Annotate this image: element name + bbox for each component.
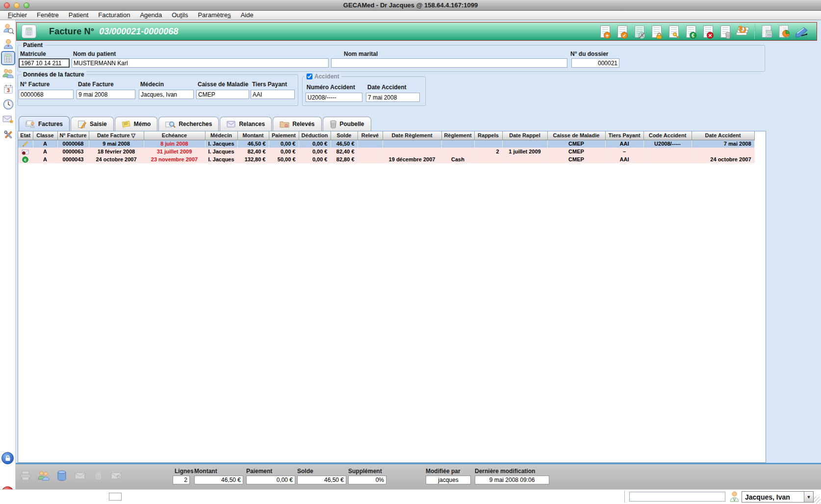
table-cell[interactable]: 19 décembre 2007 [383,155,441,163]
menu-facturation[interactable]: Facturation [93,11,135,20]
sidebar-tools-button[interactable] [2,128,14,141]
column-header[interactable]: N° Facture [57,131,89,140]
statistics-button[interactable] [777,24,792,39]
menu-agenda[interactable]: Agenda [135,11,167,20]
table-cell[interactable]: 8 juin 2008 [144,140,205,148]
calculator-tool-button[interactable] [91,468,105,483]
sidebar-patient-search-button[interactable] [2,23,14,35]
table-cell[interactable]: I. Jacques [205,140,237,148]
table-cell[interactable]: 82,40 € [237,148,269,155]
table-cell[interactable]: CMEP [547,148,605,155]
column-header[interactable]: Echéance [144,131,205,140]
table-row[interactable]: A000006318 février 200831 juillet 2009I.… [18,148,754,155]
column-header[interactable]: Déduction [299,131,331,140]
key-invoice-button[interactable] [667,24,681,39]
column-header[interactable]: Date Rappel [502,131,547,140]
validate-invoice-button[interactable]: ✓ [615,24,630,39]
journal-button[interactable] [760,24,774,39]
table-cell[interactable]: 82,40 € [331,148,358,155]
table-cell[interactable] [441,140,474,148]
tiers-payant-field[interactable] [251,90,295,99]
table-cell[interactable]: 50,00 € [269,155,299,163]
matricule-field[interactable] [19,58,70,68]
table-cell[interactable]: A [33,140,57,148]
table-cell[interactable]: 0,00 € [269,148,299,155]
table-cell[interactable] [474,155,502,163]
column-header[interactable]: Code Accident [643,131,692,140]
menu-fichier[interactable]: Fichier [3,11,32,20]
sidebar-billing-button[interactable] [1,51,15,65]
lock-invoice-button[interactable] [649,24,664,39]
new-invoice-button[interactable]: + [598,24,613,39]
chevron-down-icon[interactable]: ▼ [804,492,813,502]
stamp-button[interactable] [73,468,87,483]
table-cell[interactable] [441,148,474,155]
table-cell[interactable] [383,140,441,148]
sidebar-calendar-button[interactable]: 3 [2,83,14,95]
tab-memo[interactable]: Mémo [115,117,158,131]
table-cell[interactable]: A [33,155,57,163]
column-header[interactable]: Paiement [269,131,299,140]
table-cell[interactable]: 46,50 € [331,140,358,148]
column-header[interactable]: Rappels [474,131,502,140]
table-cell[interactable]: 0,00 € [299,140,331,148]
tab-recherches[interactable]: Recherches [158,117,219,131]
mail-button[interactable] [109,468,123,483]
table-cell[interactable] [358,140,383,148]
table-cell[interactable] [358,148,383,155]
table-cell[interactable]: AAI [605,155,643,163]
menu-patient[interactable]: Patient [64,11,93,20]
tab-saisie[interactable]: Saisie [71,117,114,131]
column-header[interactable]: Médecin [205,131,237,140]
tab-factures[interactable]: Factures [19,116,70,131]
window-titlebar[interactable]: GECAMed - Dr Jacques @ 158.64.4.167:1099 [0,0,821,11]
column-header[interactable]: Date Accident [692,131,754,140]
table-cell[interactable]: 24 octobre 2007 [89,155,144,163]
column-header[interactable]: Relevé [358,131,383,140]
table-cell[interactable]: 132,80 € [237,155,269,163]
table-cell[interactable]: 18 février 2008 [89,148,144,155]
nom-patient-field[interactable] [72,58,329,68]
etat-cell[interactable] [18,140,33,148]
table-cell[interactable]: 0,00 € [299,148,331,155]
menu-fenetre[interactable]: Fenêtre [32,11,64,20]
table-cell[interactable]: 0000068 [57,140,89,148]
table-cell[interactable] [502,155,547,163]
footer-message-field[interactable] [629,492,725,502]
table-cell[interactable] [502,140,547,148]
payments-refresh-button[interactable]: ↻ [735,24,750,39]
column-header[interactable]: Solde [331,131,358,140]
lock-session-button[interactable] [1,452,14,464]
column-header[interactable]: Etat [18,131,33,140]
table-cell[interactable]: 0000043 [57,155,89,163]
tab-poubelle[interactable]: Poubelle [323,117,371,131]
etat-cell[interactable] [18,148,33,155]
table-cell[interactable]: – [605,148,643,155]
column-header[interactable]: Montant [237,131,269,140]
cancel-invoice-button[interactable]: ✕ [701,24,716,39]
table-cell[interactable] [643,155,692,163]
menu-aide[interactable]: Aide [236,11,258,20]
table-cell[interactable]: 0,00 € [299,155,331,163]
date-accident-field[interactable] [366,93,420,102]
table-row[interactable]: A00000689 mai 20088 juin 2008I. Jacques4… [18,140,754,148]
numero-facture-field[interactable] [19,90,74,99]
signature-button[interactable] [794,24,809,39]
dossier-field[interactable] [571,58,619,68]
print-button[interactable] [19,468,32,483]
nom-marital-field[interactable] [331,58,567,68]
table-cell[interactable]: I. Jacques [205,148,237,155]
menu-parametres[interactable]: Paramètres [193,11,235,20]
table-cell[interactable] [474,140,502,148]
column-header[interactable]: Date Règlement [383,131,441,140]
table-cell[interactable]: 31 juillet 2009 [144,148,205,155]
table-cell[interactable]: AAI [605,140,643,148]
doctor-select[interactable]: Jacques, Ivan ▼ [742,491,814,503]
delete-invoice-button[interactable] [718,24,733,39]
date-facture-field[interactable] [77,90,135,99]
footer-mini-field[interactable] [109,493,122,501]
table-cell[interactable]: 0000063 [57,148,89,155]
table-cell[interactable]: 0,00 € [269,140,299,148]
table-cell[interactable]: 7 mai 2008 [692,140,754,148]
column-header[interactable]: Date Facture ▽ [89,131,144,140]
